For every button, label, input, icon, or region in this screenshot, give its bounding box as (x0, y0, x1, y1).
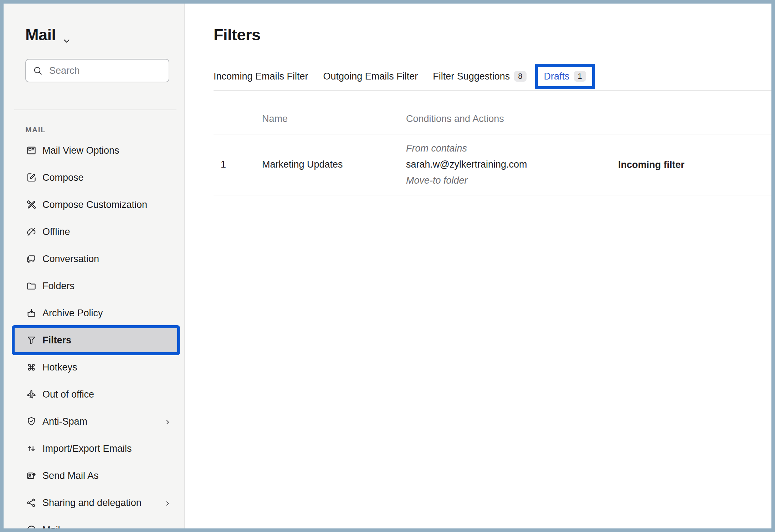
sidebar-item-folders[interactable]: Folders (4, 272, 184, 300)
filter-type: Incoming filter (618, 158, 771, 172)
sidebar-item-label: Folders (42, 281, 75, 292)
table-header-row: Name Conditions and Actions (214, 91, 771, 134)
sidebar-item-label: Offline (42, 226, 70, 237)
row-index: 1 (214, 159, 262, 170)
action-label: Move-to folder (406, 173, 618, 189)
sidebar-item-label: Mail View Options (42, 145, 119, 156)
search-icon (32, 65, 43, 76)
sidebar-item-label: Anti-Spam (42, 416, 87, 427)
sidebar-item-label: Mail (42, 525, 60, 529)
sidebar-item-label: Sharing and delegation (42, 497, 142, 508)
column-header-conditions: Conditions and Actions (406, 113, 618, 124)
condition-value: sarah.w@zylkertraining.com (406, 157, 618, 173)
sidebar-item-compose[interactable]: Compose (4, 164, 184, 191)
sidebar-item-import-export-emails[interactable]: Import/Export Emails (4, 435, 184, 462)
sidebar-item-send-mail-as[interactable]: Send Mail As (4, 462, 184, 489)
sidebar-section-label: MAIL (25, 126, 46, 134)
sidebar-item-label: Import/Export Emails (42, 443, 132, 454)
sidebar-item-filters[interactable]: Filters (4, 327, 184, 354)
sidebar-item-label: Archive Policy (42, 308, 103, 319)
filter-name: Marketing Updates (262, 159, 406, 170)
app-title: Mail (25, 26, 56, 44)
archive-policy-icon (26, 308, 37, 318)
sidebar-item-label: Send Mail As (42, 470, 99, 481)
sidebar-item-label: Hotkeys (42, 362, 77, 373)
sidebar-item-compose-customization[interactable]: Compose Customization (4, 191, 184, 218)
filter-tabs: Incoming Emails FilterOutgoing Emails Fi… (214, 62, 771, 91)
sidebar-item-mail[interactable]: Mail (4, 516, 184, 528)
selection-annotation-box (12, 325, 180, 355)
offline-icon (26, 226, 37, 237)
sidebar-item-anti-spam[interactable]: Anti-Spam (4, 408, 184, 435)
anti-spam-icon (26, 416, 37, 427)
table-row[interactable]: 1 Marketing Updates From contains sarah.… (214, 134, 771, 195)
tab-outgoing-emails-filter[interactable]: Outgoing Emails Filter (323, 71, 418, 82)
chevron-right-icon (164, 418, 171, 425)
circle-icon (26, 525, 37, 528)
sidebar-item-mail-view-options[interactable]: Mail View Options (4, 137, 184, 164)
tab-label: Drafts (544, 71, 570, 82)
chevron-right-icon (164, 499, 171, 507)
sidebar-item-hotkeys[interactable]: Hotkeys (4, 354, 184, 381)
hotkeys-icon (26, 362, 37, 373)
sidebar-item-conversation[interactable]: Conversation (4, 245, 184, 272)
tab-drafts[interactable]: Drafts1 (535, 64, 595, 89)
tab-badge: 1 (574, 71, 586, 82)
filter-conditions: From contains sarah.w@zylkertraining.com… (406, 140, 618, 189)
column-header-name: Name (262, 113, 406, 124)
sidebar-item-sharing-and-delegation[interactable]: Sharing and delegation (4, 489, 184, 516)
sidebar-menu: Mail View OptionsComposeCompose Customiz… (4, 137, 184, 528)
filters-panel: Filters Incoming Emails FilterOutgoing E… (185, 4, 771, 528)
compose-icon (26, 172, 37, 183)
mail-view-options-icon (26, 145, 37, 156)
sidebar-item-offline[interactable]: Offline (4, 218, 184, 245)
out-of-office-icon (26, 389, 37, 400)
sidebar-divider (14, 109, 176, 110)
tab-filter-suggestions[interactable]: Filter Suggestions8 (433, 71, 526, 82)
condition-label: From contains (406, 140, 618, 157)
import-export-icon (26, 443, 37, 454)
app-switcher[interactable]: Mail (25, 26, 72, 44)
sidebar-item-label: Filters (42, 335, 71, 346)
sidebar-item-label: Out of office (42, 389, 94, 400)
tab-label: Filter Suggestions (433, 71, 510, 82)
sidebar-item-archive-policy[interactable]: Archive Policy (4, 300, 184, 327)
sidebar-item-label: Compose Customization (42, 199, 147, 210)
sidebar-item-label: Conversation (42, 254, 99, 265)
send-mail-as-icon (26, 470, 37, 481)
search-input[interactable] (48, 65, 162, 77)
conversation-icon (26, 254, 37, 264)
sidebar-item-label: Compose (42, 172, 84, 183)
settings-sidebar: Mail MAIL Mail View OptionsComposeCompos… (4, 4, 185, 528)
chevron-down-icon (62, 31, 72, 41)
page-title: Filters (214, 26, 261, 44)
filters-table: Name Conditions and Actions 1 Marketing … (214, 91, 771, 195)
sharing-delegation-icon (26, 497, 37, 508)
sidebar-item-out-of-office[interactable]: Out of office (4, 381, 184, 408)
compose-customization-icon (26, 199, 37, 210)
folders-icon (26, 281, 37, 291)
settings-window: Mail MAIL Mail View OptionsComposeCompos… (4, 4, 771, 528)
tab-label: Incoming Emails Filter (214, 71, 308, 82)
settings-search (25, 59, 169, 82)
tab-label: Outgoing Emails Filter (323, 71, 418, 82)
filters-icon (26, 335, 37, 346)
tab-badge: 8 (514, 71, 526, 82)
tab-incoming-emails-filter[interactable]: Incoming Emails Filter (214, 71, 308, 82)
